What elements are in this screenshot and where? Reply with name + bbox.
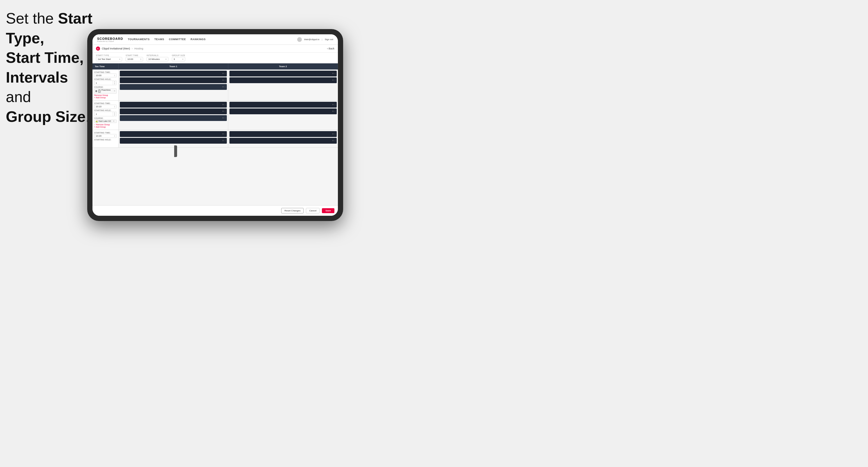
intervals-select[interactable]: 10 Minutes ▾	[147, 57, 168, 61]
chevron-down-icon-4: ▾	[182, 58, 184, 61]
nav-rankings[interactable]: RANKINGS	[190, 37, 206, 42]
starting-hole-stepper-1[interactable]: 1 ▲ ▼	[94, 81, 117, 85]
starting-hole-stepper-2[interactable]: 1 ▲ ▼	[94, 112, 117, 116]
starting-time-value-1[interactable]: 10:00 ℹ	[94, 73, 117, 77]
starting-time-value-2[interactable]: 10:10 ℹ	[94, 105, 117, 108]
stepper-up-1[interactable]: ▲	[113, 81, 116, 83]
player-row-3-3: ✕ ○	[120, 115, 227, 121]
course-name-2: ⛳ East Lake GC	[95, 120, 112, 122]
user-avatar	[297, 37, 302, 42]
course-remove-1[interactable]: ✕	[114, 90, 116, 92]
group-size-value: 3	[174, 58, 175, 61]
start-time-label: Start Time	[126, 54, 143, 56]
remove-group-2[interactable]: ○ Remove Group	[94, 124, 117, 126]
starting-time-value-3[interactable]: 10:20 ℹ	[94, 134, 117, 138]
nav-committee[interactable]: COMMITTEE	[169, 37, 186, 42]
time-info-icon-3: ℹ	[114, 135, 115, 137]
player-remove-icon-3-3[interactable]: ✕ ○	[222, 117, 226, 119]
th-team2: Team 2	[228, 63, 338, 69]
stepper-down-1[interactable]: ▼	[113, 83, 116, 85]
player-remove-icon-4-1[interactable]: ✕ ○	[332, 103, 336, 106]
add-group-2[interactable]: + Add Group	[94, 126, 117, 128]
add-group-1[interactable]: + Add Group	[94, 97, 117, 99]
annotation-text: Set the Start Type,Start Time,Intervals …	[6, 9, 96, 127]
player-remove-icon-1-1[interactable]: ✕ ○	[222, 72, 226, 75]
stepper-up-2[interactable]: ▲	[113, 112, 116, 114]
course-name-1: (A) Peachtree GC	[98, 89, 112, 93]
start-type-select[interactable]: 1st Tee Start ▾	[96, 57, 122, 61]
player-remove-icon-6-1[interactable]: ✕ ○	[332, 133, 336, 135]
stepper-down-2[interactable]: ▼	[113, 114, 116, 116]
logo-sub: Powered by clippd	[97, 40, 123, 42]
save-button[interactable]: Save	[322, 208, 334, 213]
player-row-2-1: ✕ ○	[229, 71, 337, 76]
starting-hole-label-2: STARTING HOLE:	[94, 109, 117, 112]
tee-group-2: STARTING TIME: 10:10 ℹ STARTING HOLE: 1 …	[92, 101, 338, 130]
player-row-4-2: ✕ ○	[229, 108, 337, 114]
player-row-4-1: ✕ ○	[229, 102, 337, 107]
course-tag-2: ⛳ East Lake GC ✕	[94, 120, 117, 123]
nav-teams[interactable]: TEAMS	[154, 37, 164, 42]
player-row-1-1: ✕ ○	[120, 71, 227, 76]
starting-time-label-1: STARTING TIME:	[94, 71, 117, 73]
player-remove-icon-1-3[interactable]: ✕ ○	[222, 86, 226, 88]
start-type-group: Start Type 1st Tee Start ▾	[96, 54, 122, 61]
intervals-group: Intervals 10 Minutes ▾	[147, 54, 168, 61]
nav-tournaments[interactable]: TOURNAMENTS	[128, 37, 150, 42]
team2-col-2: ✕ ○ ✕ ○	[228, 101, 338, 130]
hole-value-2: 1	[94, 113, 113, 116]
course-tag-1: (A) Peachtree GC ✕	[94, 88, 117, 94]
breadcrumb-tournament[interactable]: Clippd Invitational (Men)	[102, 47, 130, 50]
team1-col-3: ✕ ○ ✕ ○	[119, 130, 228, 148]
player-remove-icon-3-1[interactable]: ✕ ○	[222, 103, 226, 106]
player-remove-icon-2-1[interactable]: ✕ ○	[332, 72, 336, 75]
player-row-3-2: ✕ ○	[120, 108, 227, 114]
player-row-5-2: ✕ ○	[120, 138, 227, 144]
clippd-logo-icon: C	[96, 46, 100, 51]
intervals-value: 10 Minutes	[148, 58, 160, 61]
left-panel-1: STARTING TIME: 10:00 ℹ STARTING HOLE: 1 …	[92, 69, 119, 100]
course-icon-1	[95, 90, 97, 92]
tee-group-1: STARTING TIME: 10:00 ℹ STARTING HOLE: 1 …	[92, 69, 338, 101]
player-remove-icon-2-2[interactable]: ✕ ○	[332, 79, 336, 82]
time-info-icon-1: ℹ	[114, 74, 115, 77]
tablet-device: SCOREBOARD Powered by clippd TOURNAMENTS…	[87, 29, 343, 221]
back-button[interactable]: ‹ Back	[327, 47, 334, 50]
player-row-5-1: ✕ ○	[120, 131, 227, 137]
breadcrumb-bar: C Clippd Invitational (Men) › Hosting ‹ …	[92, 45, 338, 53]
sign-out-link[interactable]: Sign out	[325, 38, 333, 41]
player-remove-icon-5-2[interactable]: ✕ ○	[222, 139, 226, 142]
player-remove-icon-5-1[interactable]: ✕ ○	[222, 133, 226, 135]
start-time-group: Start Time 10:00 ℹ	[126, 54, 143, 61]
table-body: STARTING TIME: 10:00 ℹ STARTING HOLE: 1 …	[92, 69, 338, 205]
player-remove-icon-6-2[interactable]: ✕ ○	[332, 139, 336, 142]
left-panel-2: STARTING TIME: 10:10 ℹ STARTING HOLE: 1 …	[92, 101, 119, 130]
chevron-down-icon-3: ▾	[165, 58, 166, 61]
start-time-select[interactable]: 10:00 ℹ	[126, 57, 143, 61]
group-size-label: Group Size	[172, 54, 185, 56]
starting-time-label-3: STARTING TIME:	[94, 132, 117, 134]
remove-group-1[interactable]: Remove Group	[94, 94, 117, 96]
player-remove-icon-3-2[interactable]: ✕ ○	[222, 110, 226, 113]
th-team1: Team 1	[119, 63, 228, 69]
start-time-value: 10:00	[127, 58, 133, 61]
breadcrumb-section: Hosting	[134, 47, 143, 50]
reset-changes-button[interactable]: Reset Changes	[281, 208, 304, 213]
starting-hole-label-3: STARTING HOLE:	[94, 139, 117, 141]
intervals-label: Intervals	[147, 54, 168, 56]
player-row-2-2: ✕ ○	[229, 77, 337, 83]
logo-main: SCOREBOARD	[97, 37, 123, 40]
action-bar: Reset Changes Cancel Save	[92, 205, 338, 216]
table-header: Tee Time Team 1 Team 2	[92, 63, 338, 69]
sidebar-tab[interactable]	[174, 146, 177, 157]
course-remove-2[interactable]: ✕	[113, 120, 115, 122]
course-label-2: COURSE:	[94, 117, 117, 119]
player-remove-icon-4-2[interactable]: ✕ ○	[332, 110, 336, 113]
group-size-select[interactable]: 3 ▾	[172, 57, 185, 61]
starting-time-label-2: STARTING TIME:	[94, 102, 117, 104]
team2-col-3: ✕ ○ ✕ ○	[228, 130, 338, 148]
hole-value-1: 1	[94, 82, 113, 85]
cancel-button[interactable]: Cancel	[306, 208, 319, 213]
player-remove-icon-1-2[interactable]: ✕ ○	[222, 79, 226, 82]
nav-right: blair@clippd.io | Sign out	[297, 37, 333, 42]
